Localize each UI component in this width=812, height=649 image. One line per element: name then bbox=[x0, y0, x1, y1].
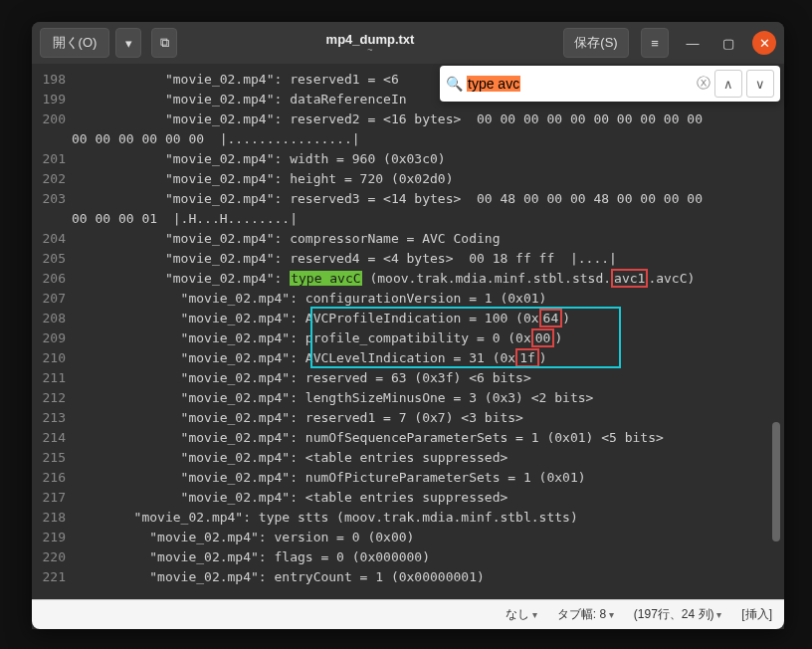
clear-search-icon[interactable]: ⓧ bbox=[697, 75, 710, 93]
search-prev-button[interactable]: ∧ bbox=[714, 70, 742, 98]
search-input[interactable]: type avc bbox=[467, 76, 693, 92]
save-button[interactable]: 保存(S) bbox=[563, 28, 629, 58]
code-line: "movie_02.mp4": configurationVersion = 1… bbox=[72, 289, 784, 309]
search-icon: 🔍 bbox=[446, 76, 463, 92]
code-line: "movie_02.mp4": type stts (moov.trak.mdi… bbox=[72, 508, 784, 528]
code-line: 00 00 00 01 |.H...H........| bbox=[72, 209, 784, 229]
close-button[interactable]: ✕ bbox=[752, 31, 776, 55]
code-line: "movie_02.mp4": version = 0 (0x00) bbox=[72, 528, 784, 547]
document-path: ~ bbox=[183, 45, 557, 55]
code-line: "movie_02.mp4": flags = 0 (0x000000) bbox=[72, 547, 784, 567]
search-next-button[interactable]: ∨ bbox=[746, 70, 774, 98]
insert-mode: [挿入] bbox=[741, 606, 772, 623]
code-line: "movie_02.mp4": numOfSequenceParameterSe… bbox=[72, 428, 784, 448]
code-line: "movie_02.mp4": reserved = 63 (0x3f) <6 … bbox=[72, 368, 784, 388]
titlebar: 開く(O) ▾ ⧉ mp4_dump.txt ~ 保存(S) ≡ — ▢ ✕ bbox=[32, 22, 784, 64]
editor-area[interactable]: 1981992002012022032042052062072082092102… bbox=[32, 64, 784, 599]
scrollbar-thumb[interactable] bbox=[772, 422, 780, 541]
code-line: "movie_02.mp4": AVCProfileIndication = 1… bbox=[72, 309, 784, 328]
code-line: "movie_02.mp4": AVCLevelIndication = 31 … bbox=[72, 348, 784, 368]
open-button[interactable]: 開く(O) bbox=[40, 28, 109, 58]
new-tab-button[interactable]: ⧉ bbox=[151, 28, 177, 58]
code-line: "movie_02.mp4": entryCount = 1 (0x000000… bbox=[72, 567, 784, 587]
cursor-position[interactable]: (197行、24 列) bbox=[634, 606, 721, 623]
code-line: "movie_02.mp4": numOfPictureParameterSet… bbox=[72, 468, 784, 488]
code-line: "movie_02.mp4": height = 720 (0x02d0) bbox=[72, 169, 784, 189]
code-line: "movie_02.mp4": reserved4 = <4 bytes> 00… bbox=[72, 249, 784, 269]
tab-width-selector[interactable]: タブ幅: 8 bbox=[557, 606, 614, 623]
code-line: "movie_02.mp4": compressorName = AVC Cod… bbox=[72, 229, 784, 249]
title-area: mp4_dump.txt ~ bbox=[183, 32, 557, 55]
search-bar: 🔍 type avc ⓧ ∧ ∨ bbox=[440, 66, 780, 102]
language-selector[interactable]: なし bbox=[506, 606, 537, 623]
maximize-button[interactable]: ▢ bbox=[716, 31, 740, 55]
code-line: "movie_02.mp4": reserved3 = <14 bytes> 0… bbox=[72, 189, 784, 209]
code-line: "movie_02.mp4": profile_compatibility = … bbox=[72, 328, 784, 348]
minimize-button[interactable]: — bbox=[681, 31, 705, 55]
code-line: "movie_02.mp4": type avcC (moov.trak.mdi… bbox=[72, 269, 784, 289]
status-bar: なし タブ幅: 8 (197行、24 列) [挿入] bbox=[32, 599, 784, 629]
code-content[interactable]: "movie_02.mp4": reserved1 = <6 "movie_02… bbox=[72, 64, 784, 599]
editor-window: 開く(O) ▾ ⧉ mp4_dump.txt ~ 保存(S) ≡ — ▢ ✕ 1… bbox=[32, 22, 784, 629]
code-line: "movie_02.mp4": <table entries suppresse… bbox=[72, 488, 784, 508]
code-line: 00 00 00 00 00 00 |................| bbox=[72, 129, 784, 149]
code-line: "movie_02.mp4": <table entries suppresse… bbox=[72, 448, 784, 468]
line-gutter: 1981992002012022032042052062072082092102… bbox=[32, 64, 72, 599]
hamburger-menu[interactable]: ≡ bbox=[641, 28, 669, 58]
code-line: "movie_02.mp4": reserved2 = <16 bytes> 0… bbox=[72, 109, 784, 129]
open-dropdown[interactable]: ▾ bbox=[115, 28, 141, 58]
code-line: "movie_02.mp4": lengthSizeMinusOne = 3 (… bbox=[72, 388, 784, 408]
code-line: "movie_02.mp4": reserved1 = 7 (0x7) <3 b… bbox=[72, 408, 784, 428]
code-line: "movie_02.mp4": width = 960 (0x03c0) bbox=[72, 149, 784, 169]
